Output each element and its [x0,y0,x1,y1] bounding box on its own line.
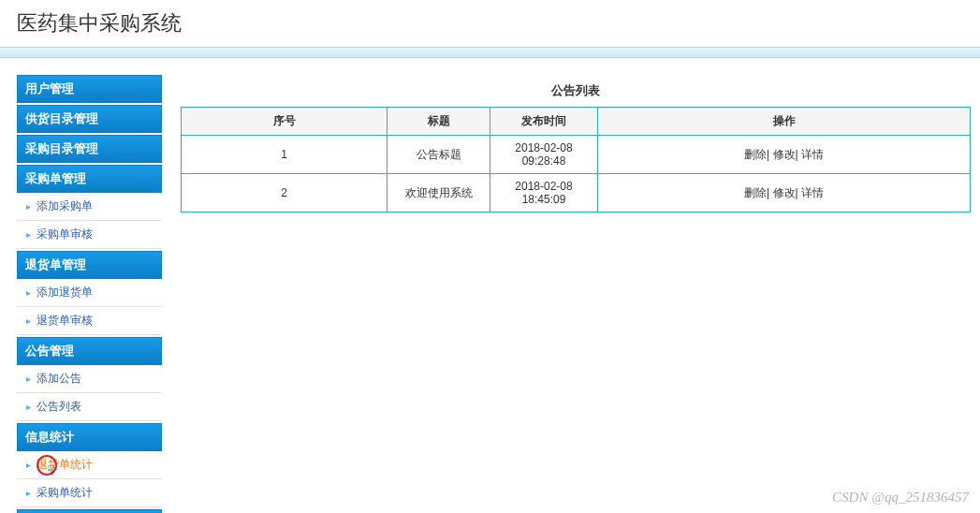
menu-item[interactable]: ▸添加退货单 [17,279,162,307]
menu-item-label: 添加退货单 [37,285,93,300]
menu-header[interactable]: 采购目录管理 [17,135,162,163]
menu-item[interactable]: ▸采购单审核 [17,221,162,249]
menu-header[interactable]: 采购单管理 [17,165,162,193]
menu-item[interactable]: ▸添加采购单 [17,193,162,221]
col-header-time: 发布时间 [490,108,598,136]
cell-sn: 2 [182,174,388,213]
menu-item-label: 添加公告 [37,371,81,387]
cell-time: 2018-02-08 18:45:09 [490,174,598,213]
arrow-icon: ▸ [26,287,31,298]
arrow-icon: ▸ [26,201,31,212]
menu-item-label: 采购单统计 [37,485,93,501]
edit-link[interactable]: 修改 [773,148,796,161]
cell-title: 欢迎使用系统 [388,174,490,213]
delete-link[interactable]: 删除 [744,148,767,161]
menu-item-label: 采购单审核 [37,227,93,242]
cell-action: 删除| 修改| 详情 [598,174,971,213]
menu-header[interactable]: 信息统计 [17,423,162,451]
menu-item[interactable]: ▸退货单统计☟ [17,451,162,479]
announcement-table: 序号 标题 发布时间 操作 1公告标题2018-02-08 09:28:48删除… [181,107,971,213]
col-header-sn: 序号 [182,108,388,136]
arrow-icon: ▸ [26,402,31,412]
cell-time: 2018-02-08 09:28:48 [490,136,598,174]
detail-link[interactable]: 详情 [801,148,824,161]
menu-header[interactable]: 供货目录管理 [17,105,162,133]
menu-item[interactable]: ▸采购单统计 [17,479,162,507]
delete-link[interactable]: 删除 [744,186,767,199]
col-header-title: 标题 [388,108,490,136]
menu-header[interactable]: 退货单管理 [17,251,162,279]
arrow-icon: ▸ [26,460,31,470]
sidebar: 用户管理供货目录管理采购目录管理采购单管理▸添加采购单▸采购单审核退货单管理▸添… [17,75,162,513]
col-header-action: 操作 [598,108,971,136]
page-title: 医药集中采购系统 [0,0,980,47]
menu-header[interactable]: 个人信息 [17,509,162,513]
cell-sn: 1 [182,136,388,174]
arrow-icon: ▸ [26,374,31,384]
header-bar [0,47,980,58]
arrow-icon: ▸ [26,229,31,240]
detail-link[interactable]: 详情 [801,186,824,199]
arrow-icon: ▸ [26,315,31,326]
menu-item-label: 退货单审核 [37,313,93,329]
menu-item[interactable]: ▸添加公告 [17,365,162,393]
edit-link[interactable]: 修改 [773,186,796,199]
table-row: 2欢迎使用系统2018-02-08 18:45:09删除| 修改| 详情 [182,174,971,213]
menu-item-label: 公告列表 [37,399,81,415]
table-row: 1公告标题2018-02-08 09:28:48删除| 修改| 详情 [182,136,971,174]
table-title: 公告列表 [181,75,971,107]
cell-title: 公告标题 [388,136,490,174]
menu-item-label: 退货单统计 [37,458,93,471]
menu-header[interactable]: 用户管理 [17,75,162,103]
menu-item[interactable]: ▸公告列表 [17,393,162,421]
main-content: 公告列表 序号 标题 发布时间 操作 1公告标题2018-02-08 09:28… [181,75,980,513]
menu-item[interactable]: ▸退货单审核 [17,307,162,335]
menu-header[interactable]: 公告管理 [17,337,162,365]
arrow-icon: ▸ [26,488,31,498]
menu-item-label: 添加采购单 [37,198,93,214]
cell-action: 删除| 修改| 详情 [598,136,971,174]
